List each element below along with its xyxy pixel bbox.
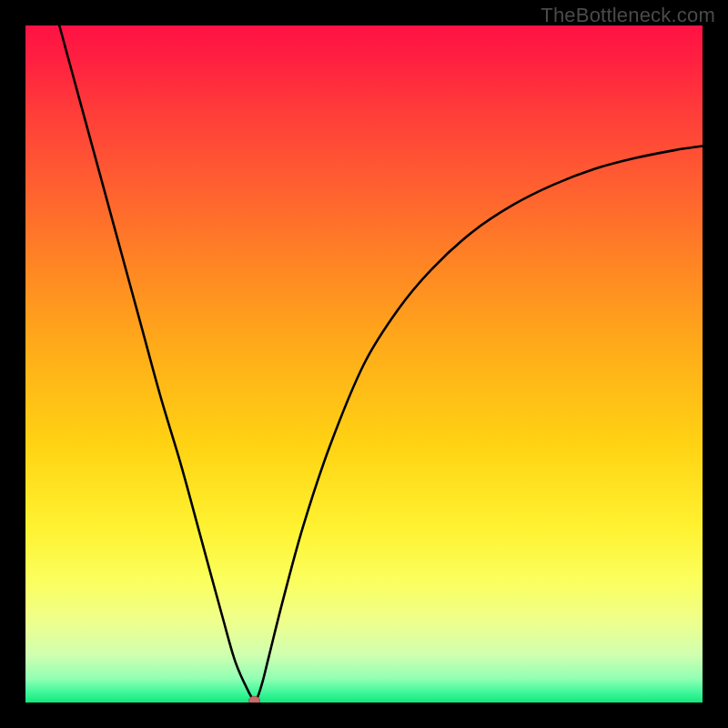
chart-svg — [25, 25, 703, 703]
plot-area — [25, 25, 703, 703]
minimum-marker — [248, 696, 259, 703]
chart-frame: TheBottleneck.com — [0, 0, 728, 728]
watermark-text: TheBottleneck.com — [541, 4, 715, 27]
